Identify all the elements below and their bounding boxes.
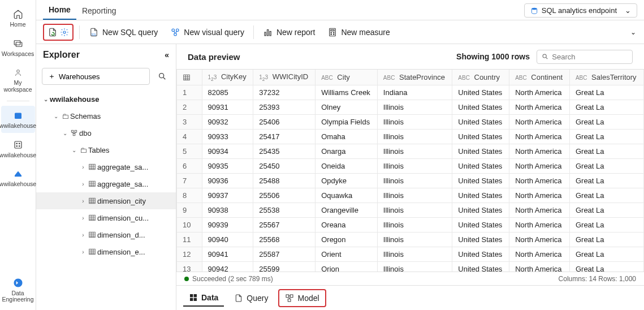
table-cell: Illinois bbox=[377, 188, 452, 203]
table-cell: North America bbox=[509, 115, 570, 130]
svg-point-5 bbox=[16, 143, 18, 144]
tab-query[interactable]: Query bbox=[228, 290, 274, 306]
tree-dbo[interactable]: ⌄dbo bbox=[36, 124, 176, 141]
toolbar-divider bbox=[253, 25, 254, 39]
column-header[interactable]: ABC Continent bbox=[509, 70, 570, 85]
table-row[interactable]: 39093225406Olympia FieldsIllinoisUnited … bbox=[177, 115, 644, 130]
tree-tables[interactable]: ⌄🗀Tables bbox=[36, 141, 176, 158]
tree-table-item[interactable]: ›dimension_city bbox=[36, 192, 176, 209]
table-row[interactable]: 59093425435OnargaIllinoisUnited StatesNo… bbox=[177, 144, 644, 159]
new-report-button[interactable]: New report bbox=[260, 25, 318, 40]
column-header[interactable]: ABC SalesTerritory bbox=[569, 70, 643, 85]
table-cell: North America bbox=[509, 232, 570, 247]
folder-icon: 🗀 bbox=[60, 112, 70, 120]
table-row[interactable]: 99093825538OrangevilleIllinoisUnited Sta… bbox=[177, 203, 644, 218]
data-grid[interactable]: 123 CityKey123 WWICityIDABC CityABC Stat… bbox=[176, 69, 644, 272]
bar-chart-icon bbox=[263, 27, 273, 37]
tree-table-item[interactable]: ›dimension_cu... bbox=[36, 209, 176, 226]
svg-rect-39 bbox=[190, 298, 193, 300]
table-row[interactable]: 79093625488OpdykeIllinoisUnited StatesNo… bbox=[177, 174, 644, 188]
table-cell: United States bbox=[452, 100, 509, 115]
table-cell: Illinois bbox=[377, 159, 452, 174]
new-sql-query-button[interactable]: SQL New SQL query bbox=[85, 25, 161, 40]
column-header[interactable]: ABC Country bbox=[452, 70, 509, 85]
workspaces-icon bbox=[12, 37, 24, 50]
explorer-search-button[interactable] bbox=[154, 68, 170, 84]
collapse-explorer-icon[interactable]: « bbox=[165, 50, 169, 59]
explorer-title: Explorer bbox=[43, 50, 80, 60]
table-cell: Orangeville bbox=[315, 203, 378, 218]
row-number: 9 bbox=[177, 203, 202, 218]
table-cell: Illinois bbox=[377, 218, 452, 232]
toolbar-overflow[interactable]: ⌄ bbox=[630, 28, 636, 36]
tree-table-item[interactable]: ›aggregate_sa... bbox=[36, 158, 176, 175]
tree-table-item[interactable]: ›dimension_d... bbox=[36, 226, 176, 243]
table-cell: North America bbox=[509, 130, 570, 144]
explorer-panel: Explorer « ＋ Warehouses ⌄wwilakehouse ⌄🗀… bbox=[36, 44, 176, 310]
table-cell: Great La bbox=[569, 218, 643, 232]
table-row[interactable]: 49093325417OmahaIllinoisUnited StatesNor… bbox=[177, 130, 644, 144]
tree-schemas[interactable]: ⌄🗀Schemas bbox=[36, 107, 176, 124]
new-visual-query-button[interactable]: New visual query bbox=[167, 25, 248, 40]
table-cell: Great La bbox=[569, 144, 643, 159]
rail-lakehouse-2[interactable]: wwilakehouse bbox=[1, 135, 35, 162]
table-cell: Oreana bbox=[315, 218, 378, 232]
tab-reporting[interactable]: Reporting bbox=[76, 6, 122, 20]
table-row[interactable]: 119094025568OregonIllinoisUnited StatesN… bbox=[177, 232, 644, 247]
column-header[interactable]: 123 WWICityID bbox=[253, 70, 315, 85]
table-icon bbox=[87, 180, 97, 188]
tab-model[interactable]: Model bbox=[278, 289, 326, 307]
tab-data[interactable]: Data bbox=[183, 290, 224, 307]
rail-my-workspace[interactable]: My workspace bbox=[1, 63, 35, 96]
svg-rect-4 bbox=[15, 141, 21, 148]
endpoint-selector[interactable]: SQL analytics endpoint ⌄ bbox=[524, 3, 637, 18]
rail-home[interactable]: Home bbox=[1, 5, 35, 32]
column-header[interactable]: ABC City bbox=[315, 70, 378, 85]
svg-point-25 bbox=[159, 74, 164, 78]
tree-table-item[interactable]: ›dimension_e... bbox=[36, 243, 176, 260]
table-row[interactable]: 139094225599OrionIllinoisUnited StatesNo… bbox=[177, 262, 644, 272]
tab-home[interactable]: Home bbox=[43, 5, 76, 20]
new-measure-button[interactable]: New measure bbox=[324, 25, 393, 40]
tree-database[interactable]: ⌄wwilakehouse bbox=[36, 91, 176, 107]
rail-data-engineering[interactable]: Data Engineering bbox=[1, 273, 35, 307]
table-cell: Great La bbox=[569, 247, 643, 262]
warehouses-button[interactable]: ＋ Warehouses bbox=[42, 68, 150, 85]
table-cell: United States bbox=[452, 218, 509, 232]
row-number: 4 bbox=[177, 130, 202, 144]
table-cell: 25435 bbox=[253, 144, 315, 159]
table-cell: Opdyke bbox=[315, 174, 378, 188]
column-header[interactable]: ABC StateProvince bbox=[377, 70, 452, 85]
folder-icon: 🗀 bbox=[78, 146, 88, 154]
rail-workspaces[interactable]: Workspaces bbox=[1, 34, 35, 61]
table-cell: 90933 bbox=[202, 130, 253, 144]
rail-lakehouse-1[interactable]: wwilakehouse bbox=[1, 106, 35, 133]
table-cell: 90937 bbox=[202, 188, 253, 203]
table-row[interactable]: 129094125587OrientIllinoisUnited StatesN… bbox=[177, 247, 644, 262]
tree-table-item[interactable]: ›aggregate_sa... bbox=[36, 175, 176, 192]
table-row[interactable]: 69093525450OneidaIllinoisUnited StatesNo… bbox=[177, 159, 644, 174]
table-row[interactable]: 29093125393OlneyIllinoisUnited StatesNor… bbox=[177, 100, 644, 115]
rail-lakehouse-3[interactable]: wwilakehouse bbox=[1, 164, 35, 191]
table-cell: Omaha bbox=[315, 130, 378, 144]
table-cell: 90942 bbox=[202, 262, 253, 272]
table-cell: Great La bbox=[569, 232, 643, 247]
preview-search-box[interactable] bbox=[537, 50, 633, 64]
table-icon bbox=[87, 231, 97, 239]
toolbar-divider bbox=[79, 25, 80, 39]
svg-rect-32 bbox=[89, 215, 96, 220]
table-row[interactable]: 18208537232Williams CreekIndianaUnited S… bbox=[177, 85, 644, 100]
svg-point-24 bbox=[334, 34, 335, 35]
table-cell: 37232 bbox=[253, 85, 315, 100]
table-row[interactable]: 109093925567OreanaIllinoisUnited StatesN… bbox=[177, 218, 644, 232]
column-header[interactable]: 123 CityKey bbox=[202, 70, 253, 85]
preview-search-input[interactable] bbox=[552, 53, 628, 61]
table-cell: Olympia Fields bbox=[315, 115, 378, 130]
left-nav-rail: Home Workspaces My workspace wwilakehous… bbox=[0, 0, 36, 310]
refresh-button[interactable] bbox=[43, 24, 74, 41]
table-cell: Great La bbox=[569, 130, 643, 144]
table-cell: 90940 bbox=[202, 232, 253, 247]
table-cell: 90935 bbox=[202, 159, 253, 174]
table-row[interactable]: 89093725506OquawkaIllinoisUnited StatesN… bbox=[177, 188, 644, 203]
table-cell: Great La bbox=[569, 262, 643, 272]
